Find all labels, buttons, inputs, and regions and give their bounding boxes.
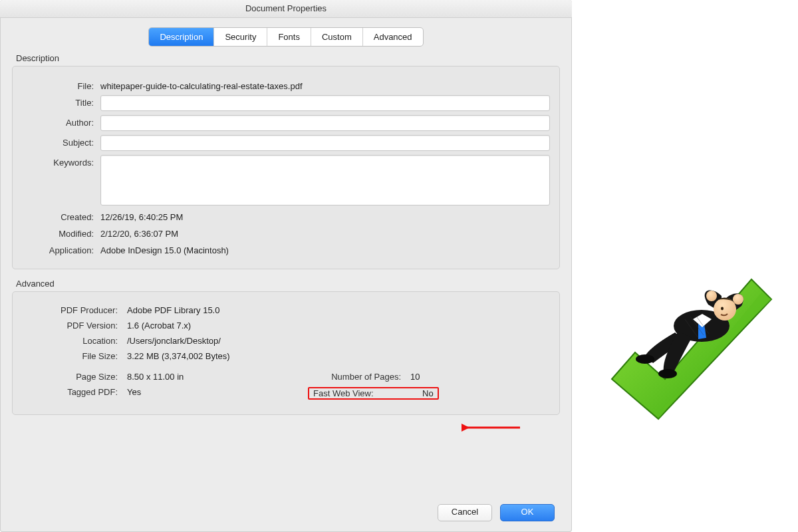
fast-web-view-label: Fast Web View: [313,388,414,398]
tab-description[interactable]: Description [149,28,214,46]
description-groupbox: File: whitepaper-guide-to-calculating-re… [12,66,560,269]
ok-button[interactable]: OK [500,504,555,521]
author-label: Author: [22,115,100,128]
svg-point-4 [714,298,736,321]
svg-point-6 [636,354,654,364]
pdf-producer-value: Adobe PDF Library 15.0 [127,305,219,315]
num-pages-label: Number of Pages: [308,372,410,382]
num-pages-value: 10 [410,372,420,382]
svg-point-5 [721,307,724,311]
fast-web-view-value: No [414,388,434,398]
illustration-businessman-on-checkmark [598,253,785,432]
file-size-label: File Size: [22,351,127,361]
file-label: File: [22,78,100,91]
tagged-pdf-label: Tagged PDF: [22,387,127,397]
tab-advanced[interactable]: Advanced [363,28,423,46]
window-title: Document Properties [0,0,572,18]
subject-input[interactable] [100,135,550,151]
pdf-version-label: PDF Version: [22,321,127,331]
file-value: whitepaper-guide-to-calculating-real-est… [100,78,550,91]
application-value: Adobe InDesign 15.0 (Macintosh) [100,243,550,255]
pdf-producer-label: PDF Producer: [22,305,127,315]
document-properties-dialog: Document Properties Description Security… [0,0,572,532]
description-section-label: Description [16,53,560,63]
page-size-value: 8.50 x 11.00 in [127,372,184,382]
keywords-input[interactable] [100,155,550,205]
button-bar: Cancel OK [438,504,555,521]
keywords-label: Keywords: [22,155,100,168]
file-size-value: 3.22 MB (3,374,002 Bytes) [127,351,230,361]
tab-fonts[interactable]: Fonts [267,28,311,46]
modified-value: 2/12/20, 6:36:07 PM [100,226,550,239]
advanced-groupbox: PDF Producer: Adobe PDF Library 15.0 PDF… [12,291,560,415]
subject-label: Subject: [22,135,100,148]
svg-point-2 [733,294,743,305]
tab-bar: Description Security Fonts Custom Advanc… [0,27,572,47]
created-value: 12/26/19, 6:40:25 PM [100,209,550,222]
svg-point-3 [706,291,717,301]
page-size-label: Page Size: [22,372,127,382]
author-input[interactable] [100,115,550,131]
tagged-pdf-value: Yes [127,387,141,397]
cancel-button[interactable]: Cancel [438,504,492,521]
pdf-version-value: 1.6 (Acrobat 7.x) [127,321,191,331]
location-value: /Users/jonclark/Desktop/ [127,336,221,346]
fast-web-view-highlight: Fast Web View: No [308,387,439,400]
title-input[interactable] [100,95,550,111]
tab-security[interactable]: Security [214,28,267,46]
application-label: Application: [22,243,100,255]
title-label: Title: [22,95,100,108]
location-label: Location: [22,336,127,346]
annotation-arrow-icon [462,423,521,432]
tab-group: Description Security Fonts Custom Advanc… [148,27,423,47]
advanced-section-label: Advanced [16,279,560,289]
modified-label: Modified: [22,226,100,239]
created-label: Created: [22,209,100,222]
tab-custom[interactable]: Custom [311,28,363,46]
svg-point-7 [658,369,677,378]
